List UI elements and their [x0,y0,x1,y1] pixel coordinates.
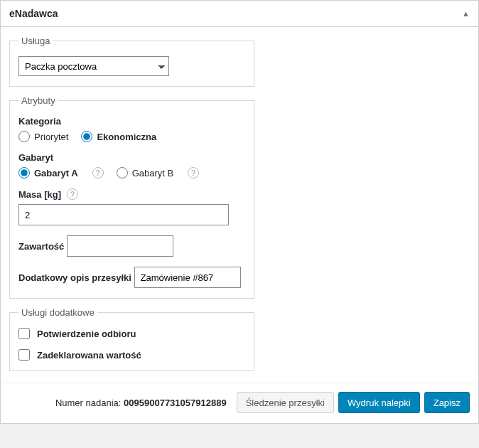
addons-fieldset: Usługi dodatkowe Potwierdzenie odbioru Z… [9,307,254,371]
enadawca-panel: eNadawca ▲ Usługa Paczka pocztowa Atrybu… [0,0,479,424]
weight-label: Masa [kg] ? [18,188,78,200]
attributes-fieldset: Atrybuty Kategoria Priorytet Ekonomiczna… [9,95,254,299]
radio-size-a-label: Gabaryt A [34,168,78,178]
panel-footer: Numer nadania: 00959007731057912889 Śled… [1,383,478,423]
help-icon[interactable]: ? [188,167,199,178]
extra-desc-field: Dodatkowy opis przesyłki [18,267,245,288]
contents-field: Zawartość [18,235,245,257]
tracking-label: Numer nadania: [55,398,124,408]
help-icon[interactable]: ? [67,188,78,200]
radio-economy-input[interactable] [81,131,92,142]
radio-size-b-input[interactable] [117,167,128,178]
extra-desc-input[interactable] [134,267,241,288]
addon-confirm-label: Potwierdzenie odbioru [37,329,136,339]
tracking-number-value: 00959007731057912889 [124,398,227,408]
save-button[interactable]: Zapisz [424,392,470,413]
radio-size-a[interactable]: Gabaryt A [18,167,78,178]
track-button[interactable]: Śledzenie przesyłki [237,392,334,413]
radio-economy[interactable]: Ekonomiczna [81,131,156,142]
radio-economy-label: Ekonomiczna [97,132,156,142]
addon-confirm-checkbox[interactable] [18,328,30,339]
addon-declared-checkbox[interactable] [18,349,30,361]
radio-size-a-input[interactable] [18,167,30,178]
addon-declared-label: Zadeklarowana wartość [37,350,141,361]
print-label-button[interactable]: Wydruk nalepki [338,392,420,413]
radio-priority-input[interactable] [18,131,30,142]
collapse-toggle-icon[interactable]: ▲ [462,9,470,18]
weight-input[interactable] [18,204,229,225]
service-legend: Usługa [18,36,53,46]
addon-confirm-receive[interactable]: Potwierdzenie odbioru [18,328,245,339]
radio-priority[interactable]: Priorytet [18,131,68,142]
panel-body: Usługa Paczka pocztowa Atrybuty Kategori… [1,27,478,383]
radio-size-b[interactable]: Gabaryt B [117,167,174,178]
service-fieldset: Usługa Paczka pocztowa [9,36,254,87]
attributes-legend: Atrybuty [18,95,58,106]
weight-field: Masa [kg] ? [18,188,245,225]
help-icon[interactable]: ? [92,167,104,178]
radio-size-b-label: Gabaryt B [132,168,174,178]
extra-desc-label: Dodatkowy opis przesyłki [18,272,131,283]
weight-label-text: Masa [kg] [18,189,61,200]
addon-declared-value[interactable]: Zadeklarowana wartość [18,349,245,361]
category-label: Kategoria [18,116,245,127]
service-select[interactable]: Paczka pocztowa [18,56,169,76]
size-radio-group: Gabaryt A ? Gabaryt B ? [18,167,245,178]
contents-input[interactable] [67,235,173,257]
panel-title: eNadawca [9,8,58,19]
panel-header: eNadawca ▲ [1,1,478,27]
category-radio-group: Priorytet Ekonomiczna [18,131,245,142]
addons-legend: Usługi dodatkowe [18,307,97,318]
contents-label: Zawartość [18,241,64,252]
tracking-number: Numer nadania: 00959007731057912889 [55,398,227,408]
radio-priority-label: Priorytet [34,132,68,142]
size-label: Gabaryt [18,152,245,163]
